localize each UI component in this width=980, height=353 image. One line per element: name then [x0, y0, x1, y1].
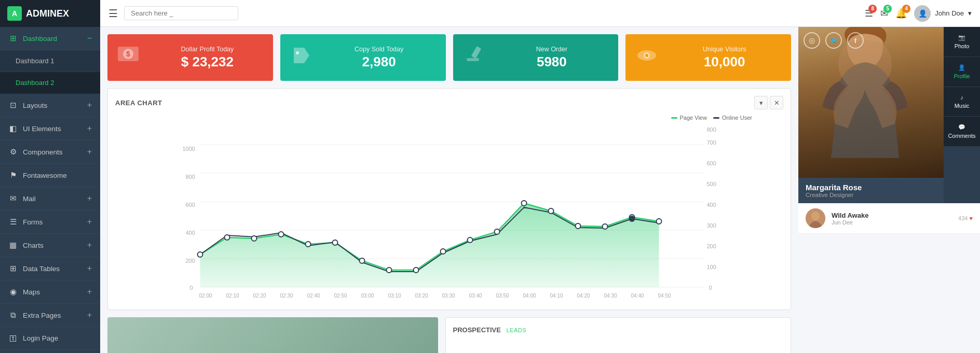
- logo: A ADMINEX: [0, 0, 100, 27]
- sidebar-item-fontawesome[interactable]: ⚑ Fontawesome: [0, 164, 100, 187]
- sidebar-item-label: Components: [23, 148, 63, 156]
- svg-text:0: 0: [709, 285, 712, 291]
- svg-text:03:10: 03:10: [388, 293, 401, 299]
- eye-social-icon[interactable]: ◎: [804, 32, 820, 49]
- expand-icon: +: [87, 101, 92, 110]
- messages-button[interactable]: ☰ 8: [865, 8, 873, 19]
- svg-text:04:20: 04:20: [577, 293, 590, 299]
- song-item: Wild Awake Jun Dee 434 ♥: [798, 203, 980, 234]
- sidebar-item-dashboard1[interactable]: Dashboard 1: [0, 50, 100, 72]
- stat-card-copy: Copy Sold Today 2,980: [280, 34, 446, 81]
- sidebar-item-label: Layouts: [23, 102, 47, 109]
- sidebar-item-label: Maps: [23, 288, 40, 296]
- sidebar-item-mail[interactable]: ✉ Mail +: [0, 187, 100, 210]
- stat-card-visitors-info: Unique Visitors 10,000: [667, 46, 782, 70]
- music-icon: ♪: [960, 94, 963, 101]
- data-point: [252, 236, 257, 241]
- comments-label: Comments: [948, 133, 975, 139]
- svg-text:03:00: 03:00: [361, 293, 374, 299]
- hamburger-button[interactable]: ☰: [108, 7, 118, 20]
- svg-text:02:50: 02:50: [334, 293, 347, 299]
- sidebar-item-forms[interactable]: ☰ Forms +: [0, 210, 100, 234]
- sidebar-item-charts[interactable]: ▦ Charts +: [0, 234, 100, 257]
- expand-icon: −: [87, 34, 92, 43]
- song-info: Wild Awake Jun Dee: [832, 211, 952, 225]
- sidebar-item-uielements[interactable]: ◧ UI Elements +: [0, 117, 100, 140]
- twitter-icon[interactable]: 🐦: [825, 32, 842, 49]
- svg-text:03:40: 03:40: [469, 293, 482, 299]
- svg-text:03:20: 03:20: [415, 293, 428, 299]
- expand-icon: +: [87, 217, 92, 227]
- svg-text:03:30: 03:30: [442, 293, 455, 299]
- sidebar-item-components[interactable]: ⚙ Components +: [0, 140, 100, 164]
- data-point: [441, 249, 446, 254]
- stat-card-visitors-value: 10,000: [667, 54, 782, 70]
- logo-icon: A: [7, 6, 22, 21]
- bottom-left-panel: [107, 317, 438, 353]
- data-point: [603, 224, 608, 229]
- legend-pageview: Page View: [671, 115, 707, 121]
- ui-icon: ◧: [8, 124, 18, 133]
- logo-text: ADMINEX: [26, 8, 69, 19]
- chart-close-button[interactable]: ✕: [770, 96, 783, 109]
- chart-legend: Page View Online User: [115, 115, 783, 121]
- sidebar: A ADMINEX ⊞ Dashboard − Dashboard 1 Dash…: [0, 0, 100, 353]
- dropdown-arrow-icon: ▾: [968, 9, 972, 17]
- sidebar-item-maps[interactable]: ◉ Maps +: [0, 280, 100, 304]
- legend-pageview-label: Page View: [680, 115, 707, 121]
- user-menu[interactable]: 👤 John Doe ▾: [914, 5, 972, 22]
- svg-text:800: 800: [707, 126, 716, 133]
- avatar-svg: [806, 208, 825, 228]
- legend-pageview-dot: [671, 117, 677, 119]
- search-input[interactable]: [124, 6, 238, 20]
- tag-icon: [290, 44, 314, 72]
- profile-tab[interactable]: 👤 Profile: [944, 57, 980, 87]
- stat-card-order-value: 5980: [495, 54, 609, 70]
- svg-text:600: 600: [186, 202, 195, 208]
- data-point: [549, 208, 554, 214]
- bell-button[interactable]: 🔔 4: [895, 8, 907, 19]
- sidebar-item-extrapages[interactable]: ⧉ Extra Pages +: [0, 304, 100, 327]
- music-tab[interactable]: ♪ Music: [944, 87, 980, 117]
- profile-info: Margarita Rose Creative Designer: [798, 178, 944, 203]
- data-point: [360, 258, 365, 263]
- data-point: [225, 235, 230, 240]
- stat-card-order-label: New Order: [495, 46, 609, 53]
- song-count: 434: [958, 215, 968, 221]
- profile-top-icons: ◎ 🐦 f: [804, 32, 864, 49]
- photo-tab[interactable]: 📷 Photo: [944, 27, 980, 57]
- svg-text:04:40: 04:40: [631, 293, 644, 299]
- comments-tab[interactable]: 💬 Comments: [944, 117, 980, 147]
- messages-badge: 8: [868, 5, 877, 13]
- sidebar-item-dashboard2[interactable]: Dashboard 2: [0, 72, 100, 94]
- svg-rect-4: [471, 46, 481, 59]
- facebook-icon[interactable]: f: [847, 32, 864, 49]
- svg-text:04:00: 04:00: [523, 293, 536, 299]
- hammer-icon: [462, 44, 486, 72]
- svg-text:04:50: 04:50: [658, 293, 671, 299]
- svg-text:100: 100: [707, 264, 716, 270]
- sidebar-item-layouts[interactable]: ⊡ Layouts +: [0, 94, 100, 117]
- datatables-icon: ⊞: [8, 264, 18, 273]
- forms-icon: ☰: [8, 217, 18, 227]
- sidebar-item-label: Dashboard: [23, 35, 57, 43]
- sidebar-item-dashboard[interactable]: ⊞ Dashboard −: [0, 27, 100, 50]
- user-name: John Doe: [935, 9, 964, 17]
- sidebar-item-label: Extra Pages: [23, 312, 61, 319]
- svg-text:02:30: 02:30: [280, 293, 293, 299]
- email-button[interactable]: ✉ 5: [880, 8, 888, 19]
- bottom-panels: PROSPECTIVE LEADS: [107, 317, 791, 353]
- mail-icon: ✉: [8, 194, 18, 203]
- svg-text:800: 800: [186, 174, 195, 180]
- svg-text:02:00: 02:00: [199, 293, 212, 299]
- header: ☰ ☰ 8 ✉ 5 🔔 4 👤 John Doe ▾: [100, 0, 980, 27]
- chart-collapse-button[interactable]: ▾: [754, 96, 768, 109]
- sidebar-item-loginpage[interactable]: ⚿ Login Page: [0, 327, 100, 350]
- sidebar-item-label: Login Page: [23, 334, 58, 342]
- stat-card-copy-value: 2,980: [322, 54, 437, 70]
- chart-title: AREA CHART: [115, 99, 162, 107]
- sidebar-item-datatables[interactable]: ⊞ Data Tables +: [0, 257, 100, 280]
- avatar: 👤: [914, 5, 931, 22]
- svg-text:04:30: 04:30: [604, 293, 617, 299]
- profile-icon: 👤: [958, 64, 965, 71]
